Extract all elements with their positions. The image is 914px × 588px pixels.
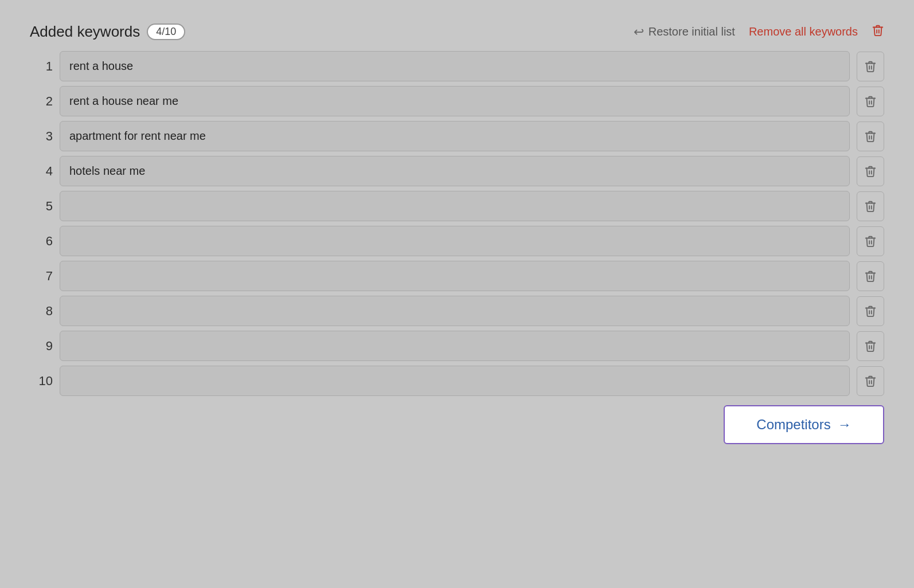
keyword-row: 6 <box>30 226 884 256</box>
keyword-input[interactable] <box>60 296 850 326</box>
trash-icon <box>864 375 877 387</box>
keyword-row: 1 <box>30 51 884 81</box>
restore-icon: ↩ <box>634 25 644 40</box>
remove-all-keywords-button[interactable]: Remove all keywords <box>749 25 858 38</box>
keyword-row: 5 <box>30 191 884 221</box>
keyword-input[interactable] <box>60 156 850 186</box>
keyword-row: 4 <box>30 156 884 186</box>
restore-label: Restore initial list <box>649 25 735 38</box>
keyword-input[interactable] <box>60 331 850 361</box>
keyword-input[interactable] <box>60 366 850 396</box>
delete-keyword-button[interactable] <box>857 226 884 256</box>
header: Added keywords 4/10 ↩ Restore initial li… <box>30 23 884 41</box>
keyword-input[interactable] <box>60 51 850 81</box>
competitors-button[interactable]: Competitors → <box>724 405 884 444</box>
delete-keyword-button[interactable] <box>857 261 884 291</box>
header-left: Added keywords 4/10 <box>30 23 185 41</box>
header-right: ↩ Restore initial list Remove all keywor… <box>634 23 884 41</box>
delete-keyword-button[interactable] <box>857 331 884 361</box>
trash-icon <box>864 60 877 73</box>
delete-keyword-button[interactable] <box>857 191 884 221</box>
row-number: 9 <box>30 339 53 354</box>
delete-keyword-button[interactable] <box>857 121 884 151</box>
trash-icon <box>872 24 884 37</box>
keyword-row: 2 <box>30 86 884 116</box>
keyword-input[interactable] <box>60 191 850 221</box>
keyword-input[interactable] <box>60 121 850 151</box>
page-title: Added keywords <box>30 23 140 41</box>
row-number: 10 <box>30 374 53 389</box>
trash-icon <box>864 200 877 213</box>
delete-keyword-button[interactable] <box>857 87 884 116</box>
trash-icon <box>864 130 877 143</box>
keyword-count-badge: 4/10 <box>147 23 185 40</box>
trash-icon <box>864 165 877 178</box>
trash-icon <box>864 235 877 248</box>
delete-keyword-button[interactable] <box>857 52 884 81</box>
keyword-row: 9 <box>30 331 884 361</box>
keyword-input[interactable] <box>60 86 850 116</box>
row-number: 3 <box>30 129 53 144</box>
restore-initial-list-button[interactable]: ↩ Restore initial list <box>634 25 735 40</box>
delete-keyword-button[interactable] <box>857 366 884 396</box>
delete-keyword-button[interactable] <box>857 296 884 326</box>
trash-icon <box>864 95 877 108</box>
main-container: Added keywords 4/10 ↩ Restore initial li… <box>13 11 901 461</box>
delete-keyword-button[interactable] <box>857 156 884 186</box>
row-number: 1 <box>30 59 53 74</box>
keyword-input[interactable] <box>60 261 850 291</box>
trash-icon <box>864 270 877 283</box>
row-number: 5 <box>30 199 53 214</box>
remove-all-trash-icon-button[interactable] <box>872 23 884 41</box>
trash-icon <box>864 305 877 317</box>
competitors-label: Competitors <box>756 417 830 433</box>
remove-all-label: Remove all keywords <box>749 25 858 38</box>
keyword-input[interactable] <box>60 226 850 256</box>
row-number: 2 <box>30 94 53 109</box>
arrow-icon: → <box>838 417 851 433</box>
keyword-row: 7 <box>30 261 884 291</box>
keywords-list: 1 2 3 4 5 <box>30 51 884 396</box>
trash-icon <box>864 340 877 352</box>
row-number: 6 <box>30 234 53 249</box>
footer: Competitors → <box>30 405 884 444</box>
keyword-row: 3 <box>30 121 884 151</box>
keyword-row: 10 <box>30 366 884 396</box>
row-number: 8 <box>30 304 53 319</box>
row-number: 4 <box>30 164 53 179</box>
keyword-row: 8 <box>30 296 884 326</box>
row-number: 7 <box>30 269 53 284</box>
